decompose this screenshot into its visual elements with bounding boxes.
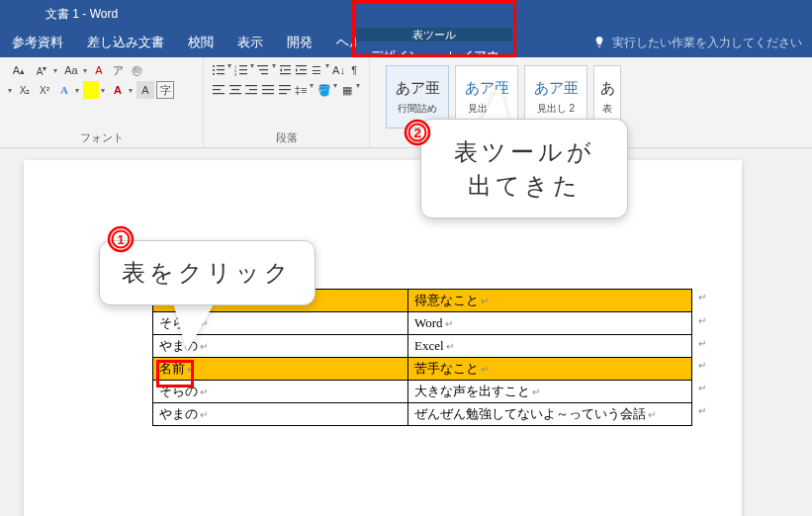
change-case-button[interactable]: Aa [60,61,82,79]
table-tools-label: 表ツール [356,28,512,42]
align-center-button[interactable] [228,81,243,99]
asian-layout-button[interactable]: ☰ [311,61,324,79]
annotation-number-2-icon: 2 [404,119,431,146]
paragraph-mark-icon: ↵ [200,387,208,397]
character-border-button[interactable]: 字 [156,81,174,99]
bullets-button[interactable] [212,61,226,79]
svg-rect-35 [279,93,287,94]
highlight-button[interactable] [83,81,99,99]
borders-button[interactable]: ▦ [340,81,355,99]
tab-developer[interactable]: 開発 [275,28,324,57]
svg-rect-22 [213,89,221,90]
phonetic-guide-button[interactable]: ア [109,61,127,79]
tab-review[interactable]: 校閲 [176,28,226,57]
svg-rect-16 [284,69,291,70]
svg-rect-9 [239,69,247,70]
tab-mailings[interactable]: 差し込み文書 [75,28,176,57]
dropdown-icon: ▾ [101,86,107,95]
svg-rect-5 [217,73,225,74]
font-color-button[interactable]: A [109,81,127,99]
text-effects-button[interactable]: A [55,81,73,99]
svg-rect-24 [229,85,241,86]
font-group-label: フォント [8,129,195,145]
superscript-button[interactable]: X² [36,81,53,99]
tell-me-search[interactable]: 実行したい作業を入力してください [592,28,802,57]
dropdown-icon: ▾ [356,81,361,99]
table-row[interactable]: やまの↵ Excel↵↵ [153,335,692,358]
numbering-button[interactable]: 123 [234,61,248,79]
dropdown-icon: ▾ [8,86,14,95]
table-cell[interactable]: 得意なこと↵↵ [408,290,692,312]
dropdown-icon: ▾ [53,66,59,75]
svg-text:1: 1 [117,232,124,247]
tell-me-placeholder: 実行したい作業を入力してください [612,35,802,51]
tab-reference[interactable]: 参考資料 [0,28,75,57]
multilevel-list-button[interactable] [256,61,270,79]
document-page[interactable]: ↵ 得意なこと↵↵ そらの↵ Word↵↵ やまの↵ Excel↵↵ 名前↵ 苦… [24,160,742,516]
table-row[interactable]: そらの↵ Word↵↵ [153,312,692,335]
tab-view[interactable]: 表示 [226,28,275,57]
paragraph-mark-icon: ↵ [481,296,489,306]
subscript-button[interactable]: X₂ [16,81,34,99]
row-end-mark-icon: ↵ [698,292,706,302]
svg-rect-7 [239,65,247,66]
callout-text-line1: 表ツールが [454,138,595,165]
svg-rect-12 [257,65,268,66]
distribute-button[interactable] [277,81,292,99]
ribbon-tabs-bar: 参考資料 差し込み文書 校閲 表示 開発 ヘルプ 表ツール デザイン レイアウト… [0,28,812,57]
increase-indent-button[interactable] [295,61,309,79]
svg-rect-34 [279,89,291,90]
style-name: 表 [602,102,612,116]
shading-button[interactable]: 🪣 [316,81,331,99]
annotation-callout-2: 表ツールが 出てきた [420,119,628,218]
table-cell[interactable]: 苦手なこと↵↵ [408,358,692,381]
dropdown-icon: ▾ [333,81,338,99]
table-row[interactable]: やまの↵ ぜんぜん勉強してないよ～っていう会話↵↵ [153,403,692,426]
svg-text:2: 2 [413,126,420,140]
svg-rect-14 [261,73,268,74]
svg-point-4 [213,73,215,75]
decrease-indent-button[interactable] [279,61,293,79]
svg-rect-32 [262,93,274,94]
dropdown-icon: ▾ [83,66,89,75]
svg-rect-13 [259,69,268,70]
table-cell[interactable]: Excel↵↵ [408,335,692,358]
document-table[interactable]: ↵ 得意なこと↵↵ そらの↵ Word↵↵ やまの↵ Excel↵↵ 名前↵ 苦… [152,289,692,426]
clear-formatting-button[interactable]: A [90,61,108,79]
grow-font-button[interactable]: A▴ [8,61,30,79]
row-end-mark-icon: ↵ [698,405,706,416]
table-cell[interactable]: そらの↵ [153,381,408,403]
character-shading-button[interactable]: A [136,81,154,99]
lightbulb-icon [592,36,606,49]
svg-rect-19 [300,69,307,70]
align-left-button[interactable] [212,81,226,99]
table-row[interactable]: そらの↵ 大きな声を出すこと↵↵ [153,381,692,403]
table-cell[interactable]: ぜんぜん勉強してないよ～っていう会話↵↵ [408,403,692,426]
dropdown-icon: ▾ [310,81,315,99]
document-title: 文書 1 - Word [10,6,118,23]
justify-button[interactable] [261,81,276,99]
table-cell[interactable]: やまの↵ [153,403,408,426]
table-cell[interactable]: 大きな声を出すこと↵↵ [408,381,692,403]
svg-rect-18 [296,65,307,66]
style-name: 見出し 2 [537,102,575,116]
shrink-font-button[interactable]: A▾ [31,61,52,79]
line-spacing-button[interactable]: ‡≡ [294,81,309,99]
show-paragraph-marks-button[interactable]: ¶ [347,61,361,79]
table-cell[interactable]: Word↵↵ [408,312,692,335]
enclose-characters-button[interactable]: ㊞ [128,61,145,79]
callout-text: 表をクリック [122,259,293,286]
svg-point-2 [213,69,215,71]
sort-button[interactable]: A↓ [332,61,346,79]
align-right-button[interactable] [244,81,259,99]
dropdown-icon: ▾ [250,61,255,79]
svg-rect-15 [280,65,291,66]
svg-point-0 [213,65,215,67]
ribbon-group-paragraph: ▾ 123 ▾ ▾ ☰ ▾ A↓ ¶ ‡≡ ▾ 🪣 [204,57,370,147]
dropdown-icon: ▾ [75,86,81,95]
table-cell[interactable]: 名前↵ [153,358,408,381]
dropdown-icon: ▾ [325,61,330,79]
document-area: ↵ 得意なこと↵↵ そらの↵ Word↵↵ やまの↵ Excel↵↵ 名前↵ 苦… [0,148,812,516]
table-row[interactable]: 名前↵ 苦手なこと↵↵ [153,358,692,381]
ribbon-tabs: 参考資料 差し込み文書 校閲 表示 開発 ヘルプ [0,28,387,57]
